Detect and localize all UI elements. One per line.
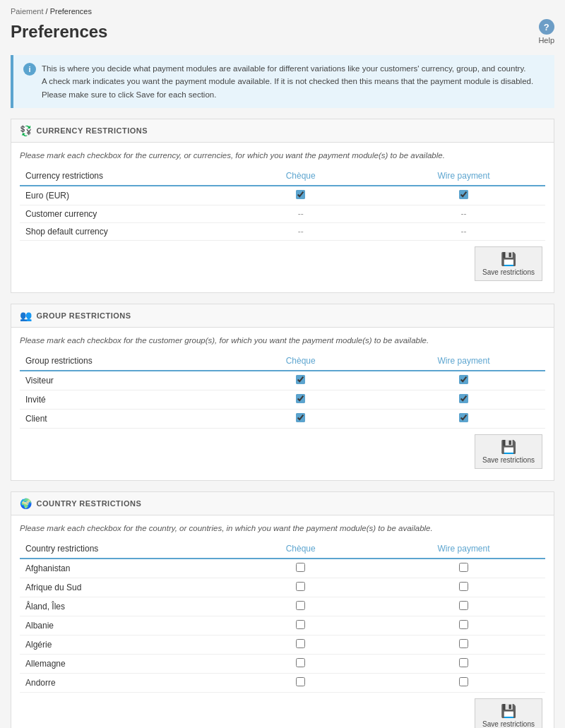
wire-checkbox[interactable] (459, 658, 468, 667)
row-name: Afrique du Sud (20, 578, 219, 597)
group-col-cheque: Chèque (219, 352, 382, 371)
country-col-wire: Wire payment (382, 539, 545, 559)
country-restrictions-section: 🌍 COUNTRY RESTRICTIONS Please mark each … (11, 491, 554, 728)
currency-icon: 💱 (20, 125, 32, 136)
cheque-checkbox[interactable] (296, 639, 305, 648)
wire-checkbox[interactable] (459, 620, 468, 629)
country-table: Country restrictions Chèque Wire payment… (20, 539, 545, 693)
row-cheque-cell (219, 371, 382, 390)
cheque-checkbox[interactable] (296, 677, 305, 686)
info-text-2: A check mark indicates you want the paym… (42, 75, 545, 88)
row-wire-cell (382, 674, 545, 693)
table-row: Afghanistan (20, 559, 545, 578)
row-wire-cell (382, 559, 545, 578)
currency-section-header: 💱 CURRENCY RESTRICTIONS (11, 119, 554, 143)
currency-col-name: Currency restrictions (20, 167, 219, 186)
row-cheque-cell (219, 635, 382, 655)
wire-checkbox[interactable] (459, 601, 468, 610)
wire-checkbox[interactable] (459, 582, 468, 591)
group-icon: 👥 (20, 310, 32, 321)
cheque-checkbox[interactable] (296, 582, 305, 591)
table-row: Albanie (20, 616, 545, 635)
row-name: Customer currency (20, 205, 219, 223)
group-table: Group restrictions Chèque Wire payment V… (20, 352, 545, 429)
row-cheque-cell (219, 186, 382, 205)
table-row: Client (20, 410, 545, 429)
row-wire-cell (382, 578, 545, 597)
row-cheque-cell (219, 410, 382, 429)
group-col-name: Group restrictions (20, 352, 219, 371)
row-wire-cell (382, 597, 545, 616)
row-cheque-cell (219, 578, 382, 597)
info-text-1: This is where you decide what payment mo… (42, 62, 545, 75)
help-icon: ? (539, 19, 554, 35)
group-save-button[interactable]: 💾 Save restrictions (475, 434, 542, 469)
table-row: Algérie (20, 635, 545, 655)
currency-save-icon: 💾 (501, 251, 516, 267)
cheque-checkbox[interactable] (296, 190, 305, 199)
wire-checkbox[interactable] (459, 394, 468, 403)
breadcrumb-parent[interactable]: Paiement (11, 7, 43, 16)
wire-checkbox[interactable] (459, 639, 468, 648)
cheque-checkbox[interactable] (296, 563, 305, 572)
country-col-cheque: Chèque (219, 539, 382, 559)
cheque-checkbox[interactable] (296, 620, 305, 629)
row-name: Albanie (20, 616, 219, 635)
page-title: Preferences (11, 22, 107, 42)
row-cheque-cell (219, 597, 382, 616)
row-cheque-cell (219, 616, 382, 635)
group-save-label: Save restrictions (482, 456, 535, 464)
country-col-name: Country restrictions (20, 539, 219, 559)
country-save-button[interactable]: 💾 Save restrictions (475, 698, 542, 728)
cheque-checkbox[interactable] (296, 601, 305, 610)
wire-checkbox[interactable] (459, 563, 468, 572)
table-row: Euro (EUR) (20, 186, 545, 205)
row-wire-cell (382, 616, 545, 635)
currency-col-wire: Wire payment (382, 167, 545, 186)
cheque-checkbox[interactable] (296, 658, 305, 667)
breadcrumb-current: Preferences (50, 7, 92, 16)
row-name: Client (20, 410, 219, 429)
row-name: Euro (EUR) (20, 186, 219, 205)
wire-checkbox[interactable] (459, 677, 468, 686)
cheque-checkbox[interactable] (296, 394, 305, 403)
wire-checkbox[interactable] (459, 375, 468, 384)
info-icon: i (23, 63, 36, 76)
country-section-header: 🌍 COUNTRY RESTRICTIONS (11, 492, 554, 515)
group-section-title: GROUP RESTRICTIONS (37, 311, 131, 320)
row-wire-cell (382, 655, 545, 674)
row-wire-cell: -- (382, 223, 545, 241)
row-name: Invité (20, 390, 219, 410)
row-cheque-cell (219, 390, 382, 410)
wire-checkbox[interactable] (459, 413, 468, 422)
table-row: Andorre (20, 674, 545, 693)
row-wire-cell (382, 635, 545, 655)
cheque-checkbox[interactable] (296, 375, 305, 384)
table-row: Allemagne (20, 655, 545, 674)
currency-section-title: CURRENCY RESTRICTIONS (37, 126, 148, 135)
row-name: Åland, Îles (20, 597, 219, 616)
row-cheque-cell: -- (219, 223, 382, 241)
group-save-icon: 💾 (501, 439, 516, 455)
wire-checkbox[interactable] (459, 190, 468, 199)
currency-section-desc: Please mark each checkbox for the curren… (20, 151, 545, 160)
table-row: Åland, Îles (20, 597, 545, 616)
breadcrumb: Paiement / Preferences (11, 7, 554, 16)
row-wire-cell: -- (382, 205, 545, 223)
currency-table: Currency restrictions Chèque Wire paymen… (20, 167, 545, 241)
table-row: Invité (20, 390, 545, 410)
country-save-label: Save restrictions (482, 720, 535, 728)
table-row: Customer currency---- (20, 205, 545, 223)
help-button[interactable]: ? Help (538, 19, 554, 44)
group-restrictions-section: 👥 GROUP RESTRICTIONS Please mark each ch… (11, 304, 554, 481)
row-wire-cell (382, 186, 545, 205)
row-name: Afghanistan (20, 559, 219, 578)
row-wire-cell (382, 410, 545, 429)
cheque-checkbox[interactable] (296, 413, 305, 422)
row-name: Andorre (20, 674, 219, 693)
help-label: Help (538, 36, 554, 44)
currency-save-button[interactable]: 💾 Save restrictions (475, 246, 542, 281)
row-name: Allemagne (20, 655, 219, 674)
currency-restrictions-section: 💱 CURRENCY RESTRICTIONS Please mark each… (11, 119, 554, 293)
row-cheque-cell (219, 655, 382, 674)
